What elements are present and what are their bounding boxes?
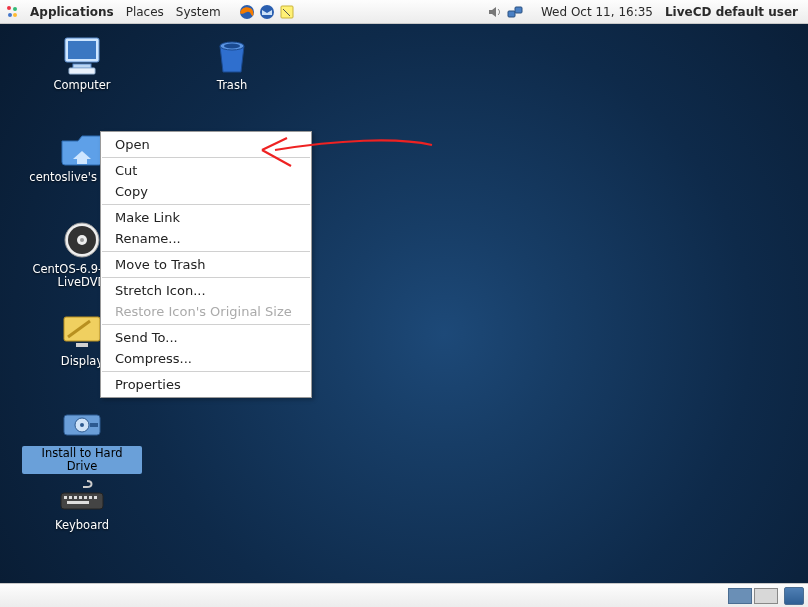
svg-rect-27 <box>69 496 72 499</box>
ctx-separator <box>102 251 310 252</box>
desktop-icon-trash[interactable]: Trash <box>172 36 292 108</box>
firefox-launcher-icon[interactable] <box>237 4 257 20</box>
desktop-icon-keyboard[interactable]: Keyboard <box>22 476 142 548</box>
ctx-copy[interactable]: Copy <box>101 181 311 202</box>
svg-rect-28 <box>74 496 77 499</box>
svg-point-3 <box>13 13 17 17</box>
desktop-icon-label: Keyboard <box>52 518 112 533</box>
svg-point-0 <box>7 6 11 10</box>
volume-icon[interactable] <box>485 4 505 20</box>
ctx-cut[interactable]: Cut <box>101 160 311 181</box>
top-panel: Applications Places System Wed Oct 11, 1… <box>0 0 808 24</box>
applications-menu[interactable]: Applications <box>24 5 120 19</box>
desktop-icon-label: Display <box>58 354 106 369</box>
keyboard-icon <box>58 476 106 516</box>
display-icon <box>58 312 106 352</box>
ctx-compress[interactable]: Compress... <box>101 348 311 369</box>
ctx-separator <box>102 157 310 158</box>
svg-rect-30 <box>84 496 87 499</box>
svg-rect-33 <box>67 501 89 504</box>
folder-home-icon <box>58 128 106 168</box>
ctx-open[interactable]: Open <box>101 134 311 155</box>
ctx-separator <box>102 324 310 325</box>
workspace-switcher[interactable] <box>728 588 778 604</box>
ctx-send-to[interactable]: Send To... <box>101 327 311 348</box>
ctx-separator <box>102 277 310 278</box>
ctx-move-to-trash[interactable]: Move to Trash <box>101 254 311 275</box>
svg-rect-32 <box>94 496 97 499</box>
network-icon[interactable] <box>505 4 525 20</box>
workspace-1[interactable] <box>728 588 752 604</box>
svg-rect-31 <box>89 496 92 499</box>
svg-rect-11 <box>73 64 91 68</box>
desktop-icon-install[interactable]: Install to Hard Drive <box>22 404 142 476</box>
ctx-rename[interactable]: Rename... <box>101 228 311 249</box>
workspace-2[interactable] <box>754 588 778 604</box>
trash-icon <box>208 36 256 76</box>
svg-rect-20 <box>76 343 88 347</box>
desktop-icon-label: Install to Hard Drive <box>22 446 142 474</box>
harddrive-icon <box>58 404 106 444</box>
ctx-separator <box>102 371 310 372</box>
ctx-stretch-icon[interactable]: Stretch Icon... <box>101 280 311 301</box>
clock[interactable]: Wed Oct 11, 16:35 <box>535 5 659 19</box>
show-desktop-button[interactable] <box>784 587 804 605</box>
svg-rect-6 <box>281 6 293 18</box>
svg-point-23 <box>80 423 84 427</box>
ctx-restore-icon: Restore Icon's Original Size <box>101 301 311 322</box>
svg-point-1 <box>13 7 17 11</box>
svg-rect-7 <box>508 11 515 17</box>
context-menu: Open Cut Copy Make Link Rename... Move t… <box>100 131 312 398</box>
ctx-make-link[interactable]: Make Link <box>101 207 311 228</box>
svg-rect-10 <box>68 41 96 59</box>
bottom-panel <box>0 583 808 607</box>
svg-point-18 <box>80 238 84 242</box>
desktop-icon-label: Computer <box>50 78 113 93</box>
user-menu[interactable]: LiveCD default user <box>659 5 804 19</box>
ctx-separator <box>102 204 310 205</box>
notes-launcher-icon[interactable] <box>277 4 297 20</box>
desktop-icon-computer[interactable]: Computer <box>22 36 142 108</box>
ctx-properties[interactable]: Properties <box>101 374 311 395</box>
svg-rect-8 <box>515 7 522 13</box>
svg-rect-29 <box>79 496 82 499</box>
desktop-icon-label: Trash <box>214 78 250 93</box>
computer-icon <box>58 36 106 76</box>
places-menu[interactable]: Places <box>120 5 170 19</box>
thunderbird-launcher-icon[interactable] <box>257 4 277 20</box>
system-menu[interactable]: System <box>170 5 227 19</box>
svg-point-14 <box>224 44 240 49</box>
disc-icon <box>58 220 106 260</box>
gnome-menu-icon <box>4 4 20 20</box>
svg-rect-26 <box>64 496 67 499</box>
svg-rect-12 <box>69 68 95 74</box>
svg-rect-24 <box>90 423 98 427</box>
svg-point-2 <box>8 13 12 17</box>
